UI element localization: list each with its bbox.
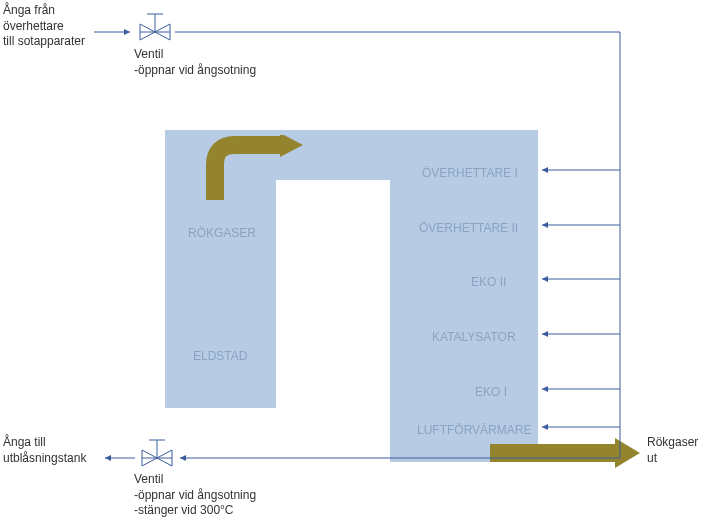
valve-bottom-icon [132,436,182,476]
steam-line-top [0,0,705,521]
label-valve-top: Ventil -öppnar vid ångsotning [134,47,256,78]
label-valve-bottom: Ventil -öppnar vid ångsotning -stänger v… [134,472,256,519]
label-steam-to: Ånga till utblåsningstank [3,435,86,466]
label-steam-from: Ånga från överhettare till sotapparater [3,3,85,50]
label-flue-gas-out: Rökgaser ut [647,435,698,466]
valve-top-icon [130,10,180,50]
